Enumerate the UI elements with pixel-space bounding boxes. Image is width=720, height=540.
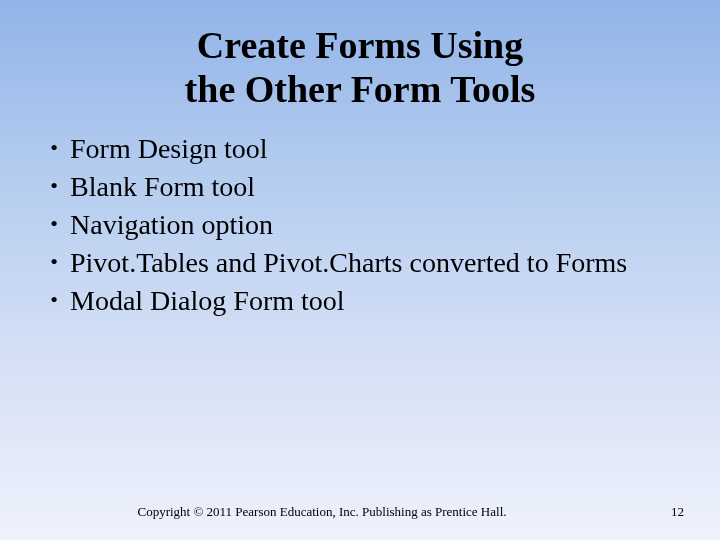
list-item: • Form Design tool	[44, 131, 684, 167]
bullet-text: Blank Form tool	[64, 169, 684, 205]
copyright-text: Copyright © 2011 Pearson Education, Inc.…	[0, 504, 644, 520]
slide-title: Create Forms Using the Other Form Tools	[36, 24, 684, 111]
list-item: • Blank Form tool	[44, 169, 684, 205]
bullet-text: Modal Dialog Form tool	[64, 283, 684, 319]
page-number: 12	[644, 504, 684, 520]
title-line-2: the Other Form Tools	[185, 68, 536, 110]
bullet-icon: •	[44, 283, 64, 317]
list-item: • Navigation option	[44, 207, 684, 243]
bullet-icon: •	[44, 131, 64, 165]
title-line-1: Create Forms Using	[197, 24, 523, 66]
bullet-text: Navigation option	[64, 207, 684, 243]
list-item: • Pivot.Tables and Pivot.Charts converte…	[44, 245, 684, 281]
bullet-icon: •	[44, 207, 64, 241]
bullet-list: • Form Design tool • Blank Form tool • N…	[36, 131, 684, 318]
list-item: • Modal Dialog Form tool	[44, 283, 684, 319]
slide: Create Forms Using the Other Form Tools …	[0, 0, 720, 540]
bullet-icon: •	[44, 245, 64, 279]
bullet-text: Form Design tool	[64, 131, 684, 167]
bullet-icon: •	[44, 169, 64, 203]
footer: Copyright © 2011 Pearson Education, Inc.…	[0, 504, 720, 520]
bullet-text: Pivot.Tables and Pivot.Charts converted …	[64, 245, 684, 281]
